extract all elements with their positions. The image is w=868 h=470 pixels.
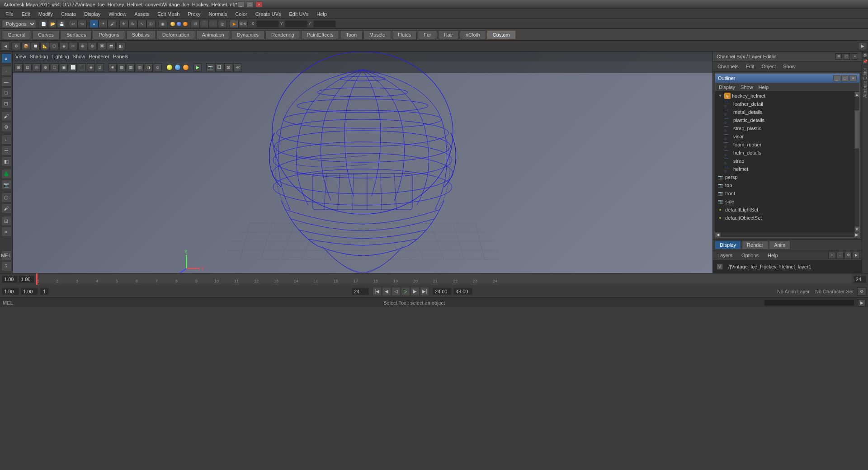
paint-vertex-button[interactable]: 🖌 — [1, 111, 11, 121]
options-tab[interactable]: Options — [739, 252, 761, 259]
new-file-button[interactable]: 📄 — [39, 20, 48, 28]
tab-toon[interactable]: Toon — [340, 30, 363, 39]
step-back-button[interactable]: ◀ — [382, 287, 391, 296]
shelf-right-button[interactable]: ▶ — [858, 42, 867, 50]
outliner-item-top[interactable]: 📷 top — [715, 181, 854, 189]
quick-help-button[interactable]: ? — [1, 261, 11, 271]
outliner-close-button[interactable]: × — [849, 75, 857, 81]
menu-edit-uvs[interactable]: Edit UVs — [286, 10, 312, 18]
outliner-maximize-button[interactable]: □ — [841, 75, 849, 81]
shelf-icon-1[interactable]: ⚙ — [12, 42, 21, 50]
transport-range-end-field[interactable] — [352, 288, 369, 295]
go-to-start-button[interactable]: |◀ — [373, 287, 382, 296]
layer-anim-button[interactable]: ▶ — [853, 252, 860, 259]
timeline-current-field[interactable] — [19, 276, 34, 283]
scroll-left-button[interactable]: ◀ — [715, 232, 721, 237]
outliner-item-strap[interactable]: —○ strap — [722, 157, 854, 165]
snap-point-button[interactable]: · — [209, 20, 218, 28]
edge-mode-button[interactable]: — — [1, 77, 11, 87]
menu-normals[interactable]: Normals — [205, 10, 231, 18]
rotate-tool-button[interactable]: ↻ — [128, 20, 137, 28]
hypershade-button[interactable]: ⬡ — [1, 193, 11, 202]
ae-pin-button[interactable]: 📌 — [863, 59, 868, 64]
maximize-button[interactable]: □ — [246, 1, 254, 8]
vp-menu-show[interactable]: Show — [73, 54, 85, 59]
tab-surfaces[interactable]: Surfaces — [61, 30, 92, 39]
shelf-icon-2[interactable]: 📦 — [21, 42, 30, 50]
move-tool-button[interactable]: ✛ — [119, 20, 128, 28]
vp-menu-lighting[interactable]: Lighting — [52, 54, 69, 59]
shelf-toggle-button[interactable]: ◀ — [1, 42, 10, 51]
x-field[interactable] — [256, 20, 279, 28]
tab-polygons[interactable]: Polygons — [93, 30, 125, 39]
outliner-item-front[interactable]: 📷 front — [715, 189, 854, 197]
outliner-item-helmet[interactable]: —○ helmet — [722, 165, 854, 173]
outliner-menu-show[interactable]: Show — [739, 84, 755, 91]
menu-file[interactable]: File — [2, 10, 17, 18]
undo-button[interactable]: ↩ — [69, 20, 78, 28]
outliner-item-metal-details[interactable]: —○ metal_details — [722, 108, 854, 116]
tab-muscle[interactable]: Muscle — [363, 30, 391, 39]
shelf-icon-10[interactable]: ⌘ — [97, 42, 106, 50]
channel-box-close-button[interactable]: × — [852, 53, 858, 60]
close-button[interactable]: × — [255, 1, 263, 8]
scroll-right-button[interactable]: ▶ — [854, 232, 859, 237]
menu-edit[interactable]: Edit — [18, 10, 34, 18]
outliner-item-side[interactable]: 📷 side — [715, 197, 854, 206]
tab-rendering[interactable]: Rendering — [265, 30, 300, 39]
outliner-menu-display[interactable]: Display — [717, 84, 737, 91]
timeline-end-field[interactable] — [854, 276, 866, 283]
vp-menu-view[interactable]: View — [15, 54, 26, 59]
tab-painteffects[interactable]: PaintEffects — [301, 30, 340, 39]
snap-curve-button[interactable]: ⌒ — [200, 20, 209, 28]
save-file-button[interactable]: 💾 — [57, 20, 66, 28]
edit-tab[interactable]: Edit — [743, 63, 757, 70]
help-tab[interactable]: Help — [765, 252, 781, 259]
transport-icon-1[interactable]: ⚙ — [857, 287, 866, 296]
timeline-start-field[interactable] — [2, 276, 18, 283]
menu-create-uvs[interactable]: Create UVs — [252, 10, 285, 18]
vp-menu-renderer[interactable]: Renderer — [89, 54, 109, 59]
channel-box-resize-button[interactable]: □ — [844, 53, 850, 60]
shelf-icon-3[interactable]: 🔲 — [31, 42, 40, 50]
face-mode-button[interactable]: □ — [1, 88, 11, 98]
soft-select-button[interactable]: ◉ — [158, 20, 167, 28]
redo-button[interactable]: ↪ — [78, 20, 87, 28]
shelf-icon-11[interactable]: ⬒ — [107, 42, 116, 50]
tool-settings-button[interactable]: ⚙ — [1, 122, 11, 132]
shelf-icon-7[interactable]: ✂ — [69, 42, 78, 50]
uv-editor-button[interactable]: ⊞ — [1, 216, 11, 226]
minimize-button[interactable]: _ — [237, 1, 245, 8]
outliner-menu-help[interactable]: Help — [757, 84, 771, 91]
tab-animation[interactable]: Animation — [196, 30, 230, 39]
scroll-thumb[interactable] — [854, 110, 859, 149]
tab-deformation[interactable]: Deformation — [156, 30, 195, 39]
play-forward-button[interactable]: ▷ — [401, 287, 410, 296]
viewport[interactable]: View Shading Lighting Show Renderer Pane… — [13, 52, 712, 273]
lasso-select-button[interactable]: ⌖ — [99, 20, 108, 28]
layer-visibility-button[interactable]: V — [717, 263, 723, 270]
outliner-item-visor[interactable]: —○ visor — [722, 132, 854, 141]
uvmap-mode-button[interactable]: ⊡ — [1, 99, 11, 108]
outliner-item-persp[interactable]: 📷 persp — [715, 173, 854, 181]
outliner-item-default-light-set[interactable]: ● defaultLightSet — [715, 206, 854, 214]
paint-effects-button[interactable]: 🖌 — [1, 203, 11, 213]
status-icon[interactable]: ▶ — [858, 299, 865, 306]
tab-fluids[interactable]: Fluids — [392, 30, 417, 39]
outliner-button[interactable]: 🌲 — [1, 169, 11, 179]
transform-tool-button[interactable]: ⊞ — [146, 20, 156, 28]
scroll-down-button[interactable]: ▼ — [854, 226, 859, 232]
object-tab[interactable]: Object — [759, 63, 778, 70]
step-forward-button[interactable]: ▶ — [410, 287, 420, 296]
menu-proxy[interactable]: Proxy — [184, 10, 204, 18]
layer-options-button[interactable]: ⚙ — [844, 252, 852, 259]
layer-editor-button[interactable]: ◧ — [1, 156, 11, 166]
outliner-tree[interactable]: ▼ g hockey_helmet —○ leather_detail —○ — [715, 92, 854, 232]
mode-selector[interactable]: Polygons — [2, 20, 36, 28]
vp-menu-panels[interactable]: Panels — [113, 54, 128, 59]
vp-menu-shading[interactable]: Shading — [30, 54, 48, 59]
shelf-icon-9[interactable]: ⊗ — [88, 42, 97, 50]
layer-remove-button[interactable]: - — [836, 252, 844, 259]
outliner-item-hockey-helmet[interactable]: ▼ g hockey_helmet — [715, 92, 854, 100]
menu-create[interactable]: Create — [57, 10, 80, 18]
